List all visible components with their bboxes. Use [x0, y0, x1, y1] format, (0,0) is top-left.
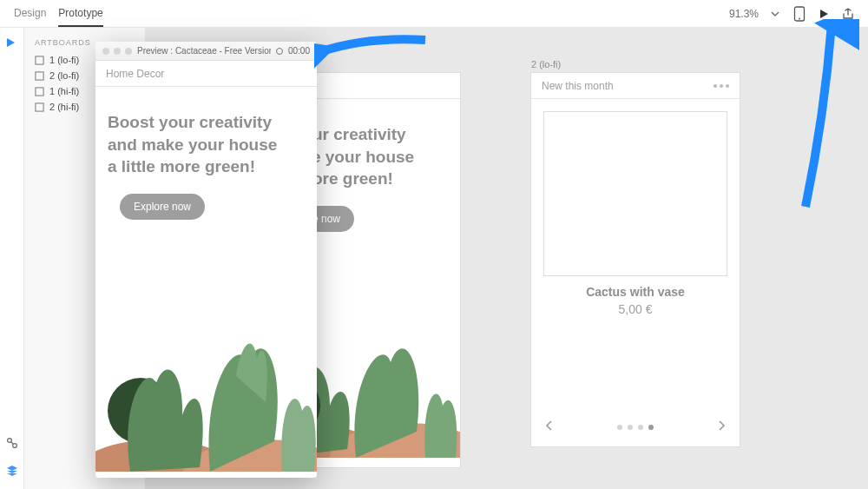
- traffic-lights[interactable]: [102, 48, 132, 55]
- artboard-icon: [35, 102, 44, 112]
- record-icon[interactable]: [276, 48, 283, 55]
- svg-rect-6: [36, 87, 43, 95]
- hero-line: a little more green!: [108, 155, 305, 178]
- share-icon[interactable]: [840, 6, 856, 22]
- artboard-new-this-month[interactable]: New this month Cactus with vase 5,00 €: [531, 73, 740, 446]
- preview-time: 00:00: [288, 46, 310, 56]
- product-title: Cactus with vase: [543, 285, 727, 299]
- preview-artboard[interactable]: Home Decor Boost your creativity and mak…: [95, 61, 317, 478]
- tool-gutter: [0, 28, 24, 489]
- product-image-placeholder: [543, 111, 727, 276]
- svg-rect-5: [36, 71, 43, 79]
- explore-now-button[interactable]: Explore now: [120, 194, 205, 220]
- pagination-dots: [617, 425, 654, 430]
- artboard-header: Home Decor: [106, 68, 164, 80]
- play-icon[interactable]: [816, 6, 832, 22]
- artboard-label: 2 (lo-fi): [531, 59, 740, 69]
- chevron-down-icon[interactable]: [767, 6, 783, 22]
- device-preview-icon[interactable]: [792, 6, 807, 22]
- chevron-left-icon[interactable]: [543, 420, 556, 435]
- hero-image: [95, 272, 317, 472]
- top-toolbar: Design Prototype Cactaceae - Free Versio…: [0, 0, 868, 28]
- layers-icon[interactable]: [4, 463, 20, 479]
- preview-title: Preview : Cactaceae - Free Version: [137, 46, 271, 56]
- artboard-icon: [35, 87, 44, 96]
- preview-window[interactable]: Preview : Cactaceae - Free Version 00:00…: [95, 42, 317, 478]
- artboard-item-label: 1 (hi-fi): [49, 86, 79, 96]
- hero-line: Boost your creativity: [108, 111, 305, 134]
- artboard-icon: [35, 56, 44, 65]
- artboard-item-label: 2 (lo-fi): [49, 70, 79, 81]
- preview-titlebar[interactable]: Preview : Cactaceae - Free Version 00:00: [95, 42, 317, 61]
- artboard-icon: [35, 71, 44, 81]
- svg-rect-4: [36, 56, 43, 63]
- link-icon[interactable]: [4, 435, 20, 451]
- tab-prototype[interactable]: Prototype: [58, 0, 102, 27]
- artboard-header: New this month: [542, 80, 614, 92]
- zoom-level[interactable]: 91.3%: [729, 8, 759, 20]
- svg-rect-7: [36, 102, 43, 110]
- svg-point-1: [799, 17, 800, 19]
- chevron-right-icon[interactable]: [715, 420, 727, 435]
- home-marker-icon[interactable]: [5, 36, 19, 50]
- more-icon[interactable]: [713, 84, 729, 88]
- artboard-item-label: 2 (hi-fi): [49, 102, 79, 112]
- tab-design[interactable]: Design: [14, 0, 46, 27]
- product-price: 5,00 €: [543, 302, 727, 316]
- artboard-item-label: 1 (lo-fi): [49, 55, 79, 65]
- hero-line: and make your house: [108, 134, 305, 156]
